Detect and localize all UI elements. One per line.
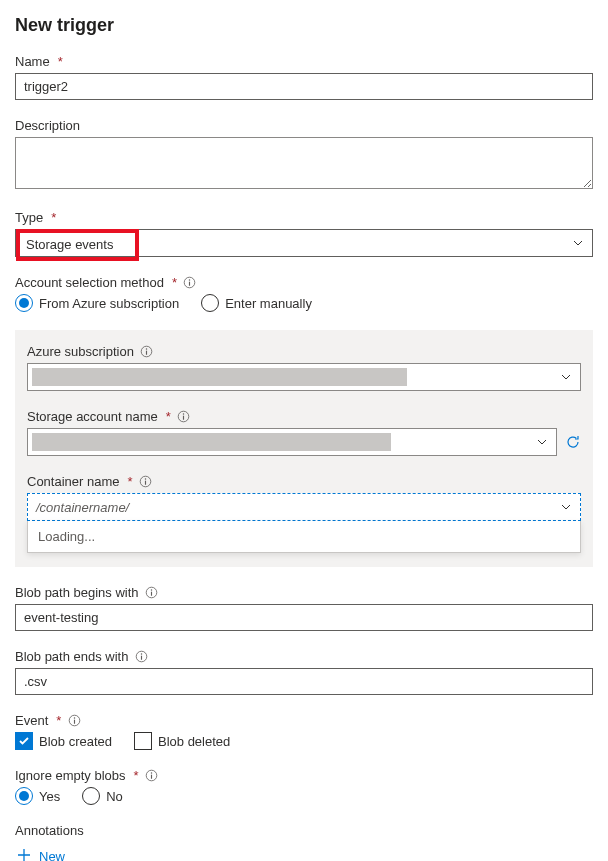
description-input[interactable] xyxy=(15,137,593,189)
chevron-down-icon xyxy=(560,371,572,383)
container-label: Container name* xyxy=(27,474,581,489)
info-icon[interactable] xyxy=(67,714,81,728)
info-icon[interactable] xyxy=(145,586,159,600)
azure-sub-select[interactable] xyxy=(27,363,581,391)
svg-rect-14 xyxy=(151,592,152,596)
name-input[interactable] xyxy=(15,73,593,100)
description-label: Description xyxy=(15,118,593,133)
svg-point-7 xyxy=(183,413,184,414)
ignore-empty-label: Ignore empty blobs* xyxy=(15,768,593,783)
storage-acct-label: Storage account name* xyxy=(27,409,581,424)
chevron-down-icon xyxy=(536,436,548,448)
svg-point-19 xyxy=(74,717,75,718)
type-label: Type* xyxy=(15,210,593,225)
info-icon[interactable] xyxy=(177,410,191,424)
radio-enter-manually[interactable]: Enter manually xyxy=(201,294,312,312)
svg-rect-17 xyxy=(141,656,142,660)
checkbox-blob-deleted[interactable]: Blob deleted xyxy=(134,732,230,750)
svg-point-4 xyxy=(146,348,147,349)
info-icon[interactable] xyxy=(145,769,159,783)
container-dropdown-loading: Loading... xyxy=(27,521,581,553)
plus-icon xyxy=(17,848,31,861)
type-select[interactable]: Storage events xyxy=(15,229,593,257)
container-select[interactable]: /containername/ xyxy=(27,493,581,521)
path-begins-label: Blob path begins with xyxy=(15,585,593,600)
info-icon[interactable] xyxy=(183,276,197,290)
checkbox-blob-created[interactable]: Blob created xyxy=(15,732,112,750)
checkmark-icon xyxy=(15,732,33,750)
chevron-down-icon xyxy=(560,501,572,513)
chevron-down-icon xyxy=(572,237,584,249)
annotations-label: Annotations xyxy=(15,823,593,838)
svg-rect-23 xyxy=(151,775,152,779)
refresh-icon[interactable] xyxy=(565,434,581,450)
acct-method-label: Account selection method* xyxy=(15,275,593,290)
svg-point-10 xyxy=(145,478,146,479)
path-ends-label: Blob path ends with xyxy=(15,649,593,664)
svg-rect-5 xyxy=(146,351,147,355)
path-begins-input[interactable] xyxy=(15,604,593,631)
path-ends-input[interactable] xyxy=(15,668,593,695)
svg-point-13 xyxy=(151,589,152,590)
svg-rect-2 xyxy=(189,282,190,286)
radio-ignore-yes[interactable]: Yes xyxy=(15,787,60,805)
svg-rect-20 xyxy=(74,720,75,724)
azure-sub-label: Azure subscription xyxy=(27,344,581,359)
svg-rect-11 xyxy=(145,481,146,485)
svg-rect-8 xyxy=(183,416,184,420)
radio-from-subscription[interactable]: From Azure subscription xyxy=(15,294,179,312)
storage-acct-select[interactable] xyxy=(27,428,557,456)
info-icon[interactable] xyxy=(139,475,153,489)
info-icon[interactable] xyxy=(134,650,148,664)
svg-point-22 xyxy=(151,772,152,773)
svg-point-1 xyxy=(189,279,190,280)
event-label: Event* xyxy=(15,713,593,728)
add-annotation-button[interactable]: New xyxy=(15,842,593,861)
info-icon[interactable] xyxy=(140,345,154,359)
page-title: New trigger xyxy=(15,15,593,36)
radio-ignore-no[interactable]: No xyxy=(82,787,123,805)
svg-point-16 xyxy=(141,653,142,654)
name-label: Name* xyxy=(15,54,593,69)
